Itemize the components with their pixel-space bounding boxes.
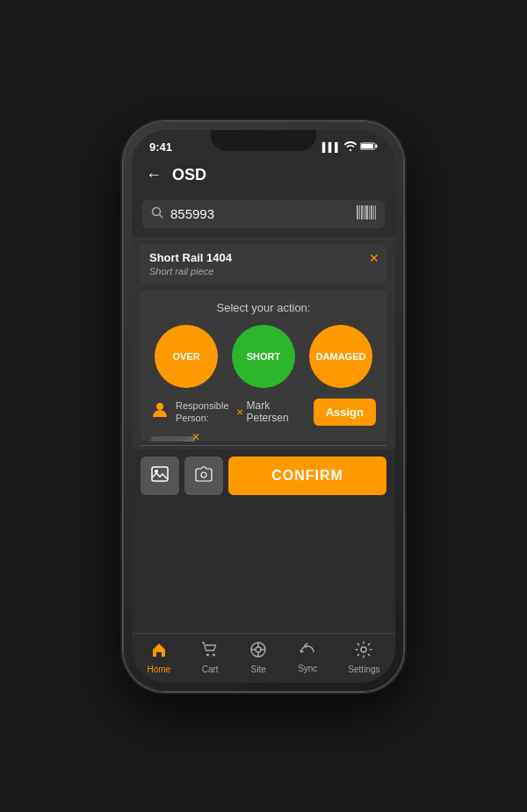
nav-cart-label: Cart xyxy=(202,665,219,674)
nav-home-label: Home xyxy=(147,665,170,674)
divider xyxy=(141,445,386,446)
svg-rect-15 xyxy=(152,467,168,481)
svg-rect-1 xyxy=(361,144,373,148)
assign-button[interactable]: Assign xyxy=(314,399,376,426)
search-bar[interactable]: 855993 xyxy=(142,200,385,228)
nav-settings[interactable]: Settings xyxy=(348,641,379,674)
app-content: Short Rail 1404 Short rail piece ✕ Selec… xyxy=(132,237,395,633)
svg-rect-11 xyxy=(371,205,372,219)
nav-sync-label: Sync xyxy=(298,664,317,673)
status-time: 9:41 xyxy=(149,140,172,154)
svg-point-26 xyxy=(361,647,366,652)
svg-point-3 xyxy=(153,208,161,216)
cart-icon xyxy=(201,641,219,663)
settings-icon xyxy=(355,641,372,663)
bottom-nav: Home Cart xyxy=(132,633,395,683)
nav-home[interactable]: Home xyxy=(147,641,170,674)
action-buttons: OVER SHORT DAMAGED xyxy=(151,325,376,388)
person-icon xyxy=(151,401,169,423)
search-value[interactable]: 855993 xyxy=(170,206,350,221)
back-button[interactable]: ← xyxy=(146,166,162,184)
nav-site-label: Site xyxy=(251,665,266,674)
action-label: Select your action: xyxy=(151,301,376,314)
wifi-icon xyxy=(344,141,357,153)
nav-cart[interactable]: Cart xyxy=(201,641,219,674)
nav-settings-label: Settings xyxy=(348,665,379,674)
page-title: OSD xyxy=(172,166,206,184)
gallery-button[interactable] xyxy=(141,456,179,495)
svg-rect-13 xyxy=(375,205,376,219)
svg-rect-2 xyxy=(376,144,378,147)
signal-icon: ▌▌▌ xyxy=(322,142,341,152)
item-close-button[interactable]: ✕ xyxy=(369,251,379,265)
responsible-person-row: ResponsiblePerson: ✕ Mark Petersen Assig… xyxy=(151,399,376,426)
svg-point-21 xyxy=(256,647,261,652)
item-card: Short Rail 1404 Short rail piece ✕ xyxy=(141,244,386,284)
person-tag: ✕ Mark Petersen xyxy=(236,399,307,424)
camera-button[interactable] xyxy=(184,456,223,495)
camera-icon xyxy=(195,466,213,486)
svg-rect-8 xyxy=(364,205,365,219)
svg-point-19 xyxy=(213,653,215,656)
barcode-icon[interactable] xyxy=(357,205,376,223)
site-icon xyxy=(249,641,267,663)
search-icon xyxy=(151,206,163,221)
status-icons: ▌▌▌ xyxy=(322,141,378,153)
home-icon xyxy=(150,641,168,663)
item-name: Short Rail 1404 xyxy=(149,251,378,264)
svg-rect-9 xyxy=(365,205,368,219)
svg-line-4 xyxy=(160,215,163,219)
item-description: Short rail piece xyxy=(149,266,378,277)
battery-icon xyxy=(360,141,378,153)
over-button[interactable]: OVER xyxy=(155,325,218,388)
sync-icon xyxy=(299,642,316,662)
phone-frame: 9:41 ▌▌▌ ← OSD xyxy=(123,121,404,692)
svg-rect-6 xyxy=(359,205,360,219)
responsible-label: ResponsiblePerson: xyxy=(176,399,229,425)
svg-point-18 xyxy=(206,653,209,656)
header: ← OSD xyxy=(132,157,395,193)
action-bar: CONFIRM xyxy=(132,449,395,502)
svg-point-17 xyxy=(201,472,206,478)
short-button[interactable]: SHORT xyxy=(232,325,295,388)
phone-screen: 9:41 ▌▌▌ ← OSD xyxy=(132,130,395,683)
svg-rect-12 xyxy=(373,205,374,219)
damaged-button[interactable]: DAMAGED xyxy=(309,325,372,388)
svg-point-14 xyxy=(156,403,163,410)
gallery-icon xyxy=(151,466,169,486)
svg-rect-10 xyxy=(369,205,370,219)
person-remove-icon[interactable]: ✕ xyxy=(236,407,243,417)
notch xyxy=(211,130,316,151)
search-section: 855993 xyxy=(132,193,395,237)
photo-thumbnail[interactable]: ✕ xyxy=(151,436,195,442)
svg-rect-5 xyxy=(357,205,358,219)
photo-area: ✕ xyxy=(151,436,376,442)
person-name: Mark Petersen xyxy=(247,399,307,424)
thumbnail-image xyxy=(151,436,195,442)
nav-sync[interactable]: Sync xyxy=(298,642,317,673)
main-content-area: Select your action: OVER SHORT DAMAGED xyxy=(141,291,386,442)
photo-remove-button[interactable]: ✕ xyxy=(191,431,200,442)
confirm-button[interactable]: CONFIRM xyxy=(228,456,386,495)
svg-rect-7 xyxy=(361,205,363,219)
nav-site[interactable]: Site xyxy=(249,641,267,674)
spacer xyxy=(132,502,395,633)
